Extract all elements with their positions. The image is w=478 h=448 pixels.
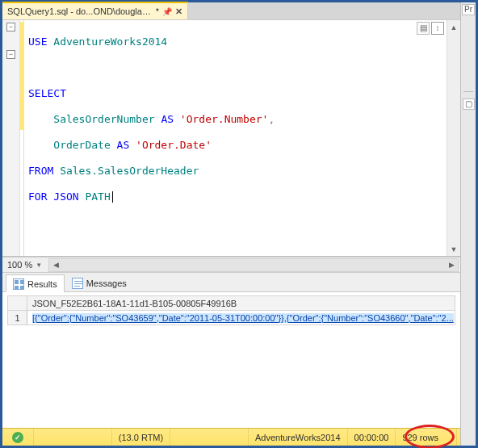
status-elapsed: 00:00:00 [348, 429, 396, 446]
status-rowcount-value: 929 rows [402, 433, 438, 442]
editor-footer: 100 % ▼ ◀ ▶ [2, 257, 460, 273]
results-grid: JSON_F52E2B61-18A1-11d1-B105-00805F49916… [7, 295, 455, 325]
tab-results-label: Results [27, 279, 57, 289]
kw-json: JSON [47, 191, 78, 203]
tab-messages-label: Messages [86, 278, 127, 288]
str-alias2: 'Order.Date' [129, 139, 212, 151]
column-header-json[interactable]: JSON_F52E2B61-18A1-11d1-B105-00805F49916… [27, 296, 455, 311]
id-path: PATH [79, 191, 111, 203]
tab-modified-indicator: * [156, 6, 159, 16]
tab-sqlquery1[interactable]: SQLQuery1.sql - do...OND\douglasl (55))*… [2, 2, 188, 19]
result-cell[interactable]: [{"Order":{"Number":"SO43659","Date":"20… [27, 311, 455, 325]
status-login [170, 429, 249, 446]
status-server [34, 429, 112, 446]
status-exec-ok: ✓ [6, 429, 34, 446]
status-version: (13.0 RTM) [112, 429, 170, 446]
check-icon: ✓ [12, 432, 23, 443]
zoom-dropdown[interactable]: 100 % ▼ [2, 260, 47, 270]
nav-up-icon[interactable]: ↕ [431, 22, 444, 35]
id-db: AdventureWorks2014 [47, 36, 167, 48]
code-editor: − − USE AdventureWorks2014 SELECT SalesO… [2, 20, 460, 257]
scroll-down-icon[interactable]: ▼ [447, 242, 460, 256]
scroll-left-icon[interactable]: ◀ [49, 259, 62, 271]
table-row[interactable]: 1 [{"Order":{"Number":"SO43659","Date":"… [8, 311, 455, 325]
editor-vertical-scrollbar[interactable]: ▲ ▼ [447, 20, 460, 256]
kw-for: FOR [28, 191, 47, 203]
kw-as: AS [161, 113, 174, 125]
editor-gutter: − − [2, 20, 20, 256]
divider [463, 91, 473, 92]
fold-toggle-icon[interactable]: − [6, 23, 15, 31]
str-alias1: 'Order.Number' [174, 113, 268, 125]
row-number[interactable]: 1 [8, 311, 27, 325]
results-panel: JSON_F52E2B61-18A1-11d1-B105-00805F49916… [2, 292, 460, 428]
results-tabstrip: Results Messages [2, 273, 460, 292]
split-view-icon[interactable]: ▤ [417, 22, 430, 35]
code-area[interactable]: USE AdventureWorks2014 SELECT SalesOrder… [24, 20, 447, 256]
fold-toggle-icon[interactable]: − [6, 50, 15, 59]
kw-use: USE [28, 36, 47, 48]
text-caret [112, 191, 113, 203]
editor-horizontal-scrollbar[interactable]: ◀ ▶ [48, 258, 459, 272]
sidebar-item-properties[interactable]: Pr [462, 4, 475, 15]
zoom-value: 100 % [7, 260, 32, 270]
status-bar: ✓ (13.0 RTM) AdventureWorks2014 00:00:00… [2, 428, 460, 446]
messages-icon [72, 278, 83, 289]
scroll-up-icon[interactable]: ▲ [447, 20, 460, 34]
id-col2: OrderDate [28, 139, 117, 151]
document-tabs: SQLQuery1.sql - do...OND\douglasl (55))*… [2, 2, 460, 20]
grid-icon [13, 278, 24, 290]
status-database: AdventureWorks2014 [249, 429, 348, 446]
op-comma: , [268, 113, 275, 125]
right-sidebar: Pr ▢ [460, 2, 476, 446]
tab-results[interactable]: Results [6, 274, 65, 292]
main-column: SQLQuery1.sql - do...OND\douglasl (55))*… [2, 2, 460, 446]
chevron-down-icon: ▼ [36, 262, 42, 269]
id-col1: SalesOrderNumber [28, 113, 161, 125]
close-icon[interactable]: ✕ [175, 6, 182, 17]
editor-corner-tools: ▤ ↕ [417, 22, 444, 35]
scroll-right-icon[interactable]: ▶ [445, 259, 458, 271]
json-result-link[interactable]: [{"Order":{"Number":"SO43659","Date":"20… [32, 313, 454, 323]
kw-from: FROM [28, 165, 53, 177]
kw-select: SELECT [28, 87, 66, 99]
tab-messages[interactable]: Messages [65, 274, 134, 291]
status-rowcount: 929 rows [396, 429, 457, 446]
pin-icon[interactable]: 📌 [162, 7, 172, 16]
id-table: Sales.SalesOrderHeader [53, 165, 199, 177]
app-window: SQLQuery1.sql - do...OND\douglasl (55))*… [0, 0, 478, 448]
kw-as: AS [117, 139, 130, 151]
tab-title: SQLQuery1.sql - do...OND\douglasl (55)) [7, 6, 153, 16]
sidebar-item-box[interactable]: ▢ [463, 98, 475, 110]
grid-corner[interactable] [8, 296, 27, 311]
